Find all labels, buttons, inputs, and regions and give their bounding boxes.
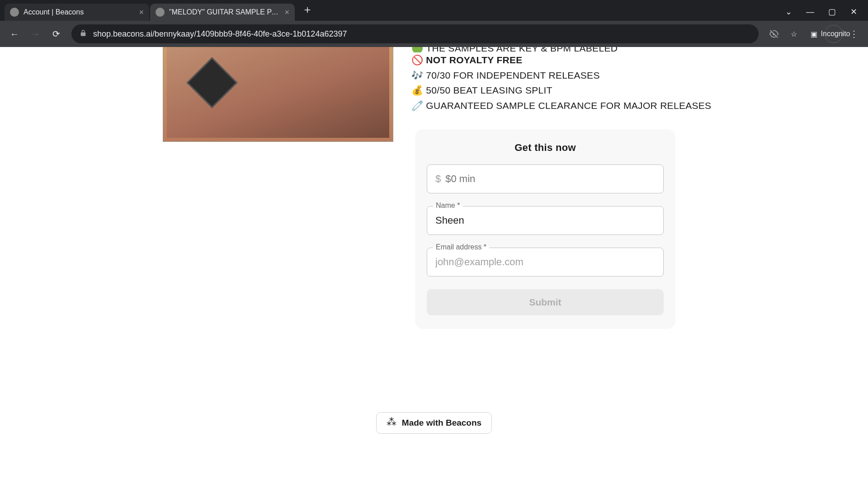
tab-bar: Account | Beacons × "MELODY" GUITAR SAMP…: [0, 0, 868, 21]
url-text: shop.beacons.ai/bennykaay/1409bbb9-8f46-…: [93, 29, 347, 39]
url-bar[interactable]: shop.beacons.ai/bennykaay/1409bbb9-8f46-…: [71, 24, 759, 43]
tab-title: Account | Beacons: [24, 8, 135, 16]
product-info-list: 🟢THE SAMPLES ARE KEY & BPM LABELED 🚫NOT …: [411, 47, 850, 113]
menu-button[interactable]: ⋮: [844, 25, 863, 43]
list-item: 🟢THE SAMPLES ARE KEY & BPM LABELED: [411, 47, 850, 52]
footer-label: Made with Beacons: [402, 418, 481, 428]
tab-title: "MELODY" GUITAR SAMPLE PAC: [169, 8, 281, 16]
product-image: [163, 47, 393, 142]
beacons-icon: [387, 418, 396, 428]
new-tab-button[interactable]: ＋: [296, 2, 319, 17]
list-item: 🧷GUARANTEED SAMPLE CLEARANCE FOR MAJOR R…: [411, 98, 850, 113]
form-title: Get this now: [427, 142, 664, 154]
email-input[interactable]: [427, 248, 664, 277]
list-item: 🎶70/30 FOR INDEPENDENT RELEASES: [411, 68, 850, 83]
close-icon[interactable]: ×: [139, 8, 144, 17]
price-field[interactable]: $: [427, 164, 664, 193]
eye-off-icon[interactable]: [765, 25, 783, 43]
bookmark-star-icon[interactable]: ☆: [785, 25, 803, 43]
price-input[interactable]: [445, 173, 655, 185]
list-item: 🚫NOT ROYALTY FREE: [411, 52, 850, 68]
extensions-icon[interactable]: ▣: [805, 25, 823, 43]
lock-icon: [80, 29, 87, 39]
purchase-form: Get this now $ Name * Email address *: [415, 129, 675, 329]
tab-product[interactable]: "MELODY" GUITAR SAMPLE PAC ×: [150, 4, 295, 21]
close-icon[interactable]: ×: [284, 8, 289, 17]
chevron-down-icon[interactable]: ⌄: [778, 3, 799, 21]
tab-account[interactable]: Account | Beacons ×: [5, 4, 149, 21]
list-item: 💰50/50 BEAT LEASING SPLIT: [411, 83, 850, 98]
close-window-button[interactable]: ✕: [843, 3, 864, 21]
made-with-beacons-badge[interactable]: Made with Beacons: [376, 412, 492, 434]
maximize-button[interactable]: ▢: [821, 3, 843, 21]
forward-button[interactable]: →: [26, 25, 44, 43]
currency-symbol: $: [435, 173, 441, 185]
site-icon: [156, 8, 165, 17]
name-input[interactable]: [427, 206, 664, 235]
site-icon: [10, 8, 19, 17]
submit-button[interactable]: Submit: [427, 289, 664, 315]
email-label: Email address *: [433, 243, 489, 251]
reload-button[interactable]: ⟳: [47, 25, 65, 43]
name-label: Name *: [433, 202, 462, 210]
minimize-button[interactable]: —: [799, 3, 821, 21]
incognito-badge[interactable]: Incognito: [825, 25, 843, 43]
back-button[interactable]: ←: [5, 25, 24, 43]
product-badge-icon: [186, 57, 237, 108]
